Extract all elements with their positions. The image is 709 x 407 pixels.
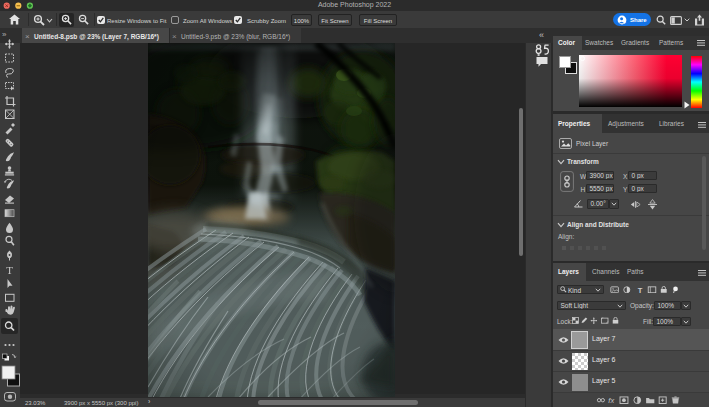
svg-text:T: T: [6, 264, 13, 276]
svg-text:fx: fx: [608, 396, 614, 404]
svg-text:+: +: [623, 20, 626, 25]
svg-text:T: T: [638, 286, 643, 294]
